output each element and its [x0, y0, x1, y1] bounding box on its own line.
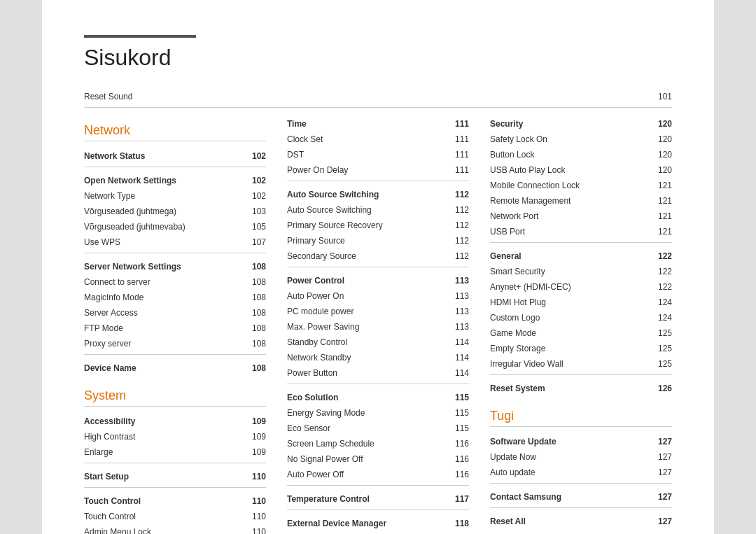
toc-page-number: 114 — [448, 351, 469, 364]
toc-label: Temperature Control — [287, 493, 370, 505]
toc-label: Anynet+ (HDMI-CEC) — [490, 281, 571, 293]
toc-row: No Signal Power Off116 — [287, 451, 469, 467]
toc-label: Network Port — [490, 210, 538, 223]
toc-group: Device Name108 — [84, 359, 266, 376]
toc-page-number: 110 — [245, 495, 266, 507]
section-header-network: Network — [84, 123, 266, 141]
toc-page-number: 121 — [651, 225, 672, 238]
toc-row: Button Lock120 — [490, 147, 672, 162]
toc-label: Primary Source Recovery — [287, 219, 383, 232]
toc-label: Server Access — [84, 307, 138, 319]
toc-group: Reset All127 — [490, 512, 672, 529]
toc-label: Reset All — [490, 515, 526, 528]
toc-row: Smart Security122 — [490, 264, 672, 279]
toc-label: Network Status — [84, 150, 145, 162]
toc-label: Connect to server — [84, 276, 150, 288]
top-section: Reset Sound 101 — [84, 92, 672, 108]
toc-row: Temperature Control117 — [287, 490, 469, 507]
toc-page-number: 122 — [651, 265, 672, 278]
toc-row: Energy Saving Mode115 — [287, 405, 469, 421]
toc-label: Smart Security — [490, 265, 545, 278]
toc-group: Temperature Control117 — [287, 490, 469, 507]
toc-page-number: 116 — [448, 453, 469, 465]
toc-page-number: 127 — [651, 466, 672, 479]
toc-label: Max. Power Saving — [287, 321, 359, 333]
toc-page-number: 109 — [245, 415, 266, 428]
toc-label: Power On Delay — [287, 164, 348, 176]
toc-page-number: 111 — [448, 148, 469, 161]
toc-group: Security120Safety Lock On120Button Lock1… — [490, 115, 672, 239]
toc-page-number: 118 — [448, 517, 469, 530]
toc-row: HDMI Hot Plug124 — [490, 295, 672, 310]
toc-group: Reset System126 — [490, 379, 672, 396]
toc-page-number: 125 — [651, 327, 672, 339]
toc-page-number: 113 — [448, 290, 469, 302]
toc-row: Power Control113 — [287, 272, 469, 288]
toc-page-number: 113 — [448, 305, 469, 318]
toc-row: Proxy server108 — [84, 336, 266, 351]
toc-label: Security — [490, 118, 523, 130]
toc-label: HDMI Hot Plug — [490, 296, 546, 309]
toc-label: Enlarge — [84, 446, 113, 458]
toc-group: Network Status102 — [84, 147, 266, 164]
toc-page-number: 102 — [245, 190, 266, 202]
toc-label: Device Name — [84, 362, 136, 374]
toc-row: Mobile Connection Lock121 — [490, 178, 672, 193]
toc-group: Touch Control110Touch Control110Admin Me… — [84, 492, 266, 534]
toc-row: Network Status102 — [84, 147, 266, 164]
toc-label: Secondary Source — [287, 250, 356, 262]
toc-label: Irregular Video Wall — [490, 358, 564, 370]
toc-row: Clock Set111 — [287, 132, 469, 147]
toc-label: FTP Mode — [84, 322, 123, 335]
column-3: Security120Safety Lock On120Button Lock1… — [490, 111, 672, 534]
toc-label: No Signal Power Off — [287, 453, 363, 465]
toc-row: Network Type102 — [84, 188, 266, 204]
toc-row: USB Port121 — [490, 224, 672, 239]
toc-group: Time111Clock Set111DST111Power On Delay1… — [287, 115, 469, 178]
column-1: NetworkNetwork Status102Open Network Set… — [84, 111, 287, 534]
toc-page-number: 115 — [448, 407, 469, 419]
toc-row: Start Setup110 — [84, 468, 266, 484]
toc-page-number: 112 — [448, 234, 469, 247]
toc-page-number: 120 — [651, 148, 672, 161]
toc-label: Auto Power On — [287, 290, 344, 302]
toc-label: Reset System — [490, 382, 545, 395]
toc-group: General122Smart Security122Anynet+ (HDMI… — [490, 247, 672, 372]
toc-label: Võrguseaded (juhtmevaba) — [84, 220, 186, 233]
toc-row: Server Access108 — [84, 305, 266, 321]
toc-page-number: 110 — [245, 526, 266, 534]
toc-label: Auto Power Off — [287, 468, 344, 481]
toc-page-number: 120 — [651, 133, 672, 146]
toc-page-number: 122 — [651, 250, 672, 262]
toc-row: Remote Management121 — [490, 193, 672, 209]
toc-row: Time111 — [287, 115, 469, 132]
toc-row: Touch Control110 — [84, 492, 266, 509]
reset-sound-page: 101 — [658, 92, 672, 101]
toc-row: Primary Source112 — [287, 233, 469, 248]
toc-row: MagicInfo Mode108 — [84, 290, 266, 305]
toc-page-number: 127 — [651, 515, 672, 528]
section-header-system: System — [84, 388, 266, 407]
toc-page-number: 117 — [448, 493, 469, 505]
toc-label: Primary Source — [287, 234, 345, 247]
toc-label: Custom Logo — [490, 311, 540, 324]
toc-row: Primary Source Recovery112 — [287, 218, 469, 233]
toc-label: Game Mode — [490, 327, 536, 339]
toc-page-number: 108 — [245, 260, 266, 273]
toc-page-number: 116 — [448, 468, 469, 481]
toc-row: Server Network Settings108 — [84, 258, 266, 274]
toc-row: USB Auto Play Lock120 — [490, 162, 672, 178]
toc-row: Reset All127 — [490, 512, 672, 529]
toc-label: Power Button — [287, 367, 337, 379]
toc-page-number: 109 — [245, 430, 266, 443]
toc-group: Contact Samsung127 — [490, 488, 672, 505]
toc-row: Enlarge109 — [84, 444, 266, 460]
toc-page-number: 108 — [245, 291, 266, 304]
toc-group: Software Update127Update Now127Auto upda… — [490, 433, 672, 480]
toc-page-number: 112 — [448, 219, 469, 232]
toc-page-number: 120 — [651, 118, 672, 130]
toc-page-number: 108 — [245, 322, 266, 335]
toc-page-number: 102 — [245, 174, 266, 187]
toc-row: Auto Source Switching112 — [287, 202, 469, 218]
toc-row: PC module power113 — [287, 304, 469, 319]
